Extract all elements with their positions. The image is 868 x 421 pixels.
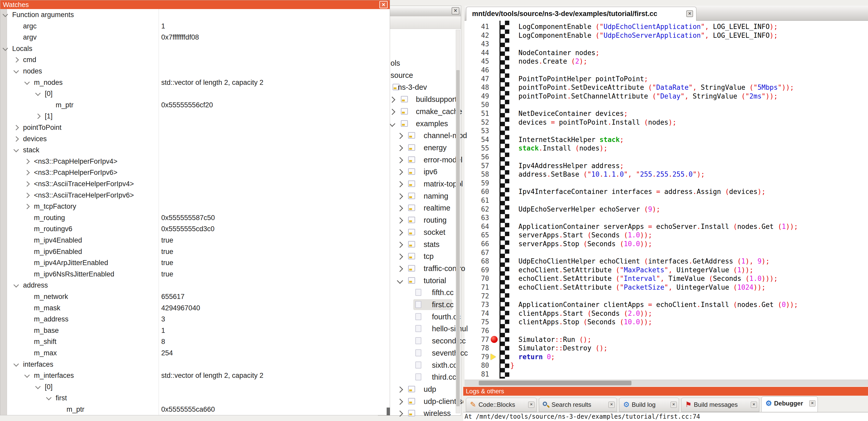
tree-item-channel-mod[interactable]: channel-mod	[378, 130, 461, 141]
watch-value[interactable]: 0x5555555cd3c0	[161, 223, 215, 234]
code-line[interactable]: 61	[465, 196, 868, 205]
tree-item-tcp[interactable]: tcp	[378, 250, 461, 262]
code-line[interactable]: 49 pointToPoint.SetChannelAttribute ("De…	[465, 92, 868, 101]
chevron-right-icon[interactable]	[397, 386, 403, 393]
tree-item-sixth-cc[interactable]: sixth.cc	[378, 359, 461, 371]
tree-item-energy[interactable]: energy	[378, 142, 461, 154]
chevron-down-icon[interactable]	[397, 278, 403, 284]
line-number[interactable]: 78	[465, 344, 489, 353]
chevron-right-icon[interactable]	[13, 57, 19, 63]
tree-item-fourth-cc[interactable]: fourth.cc	[378, 311, 461, 323]
tree-item-second-cc[interactable]: second.cc	[378, 335, 461, 347]
code-area[interactable]: 41 LogComponentEnable ("UdpEchoClientApp…	[465, 21, 868, 380]
line-number[interactable]: 71	[465, 283, 489, 292]
line-number[interactable]: 53	[465, 126, 489, 135]
code-line[interactable]: 80}	[465, 361, 868, 370]
tree-item-wireless[interactable]: wireless	[378, 407, 461, 419]
code-line[interactable]: 55 stack.Install (nodes);	[465, 144, 868, 153]
line-number[interactable]: 77	[465, 335, 489, 344]
chevron-right-icon[interactable]	[397, 145, 403, 151]
watch-row[interactable]: m_ptr0x55555556cf20	[7, 99, 390, 111]
code-line[interactable]: 51 NetDeviceContainer devices;	[465, 109, 868, 118]
tree-item-ols[interactable]: ols	[378, 57, 461, 69]
line-number[interactable]: 60	[465, 187, 489, 196]
watch-row[interactable]: m_address3	[7, 314, 390, 325]
tree-item-realtime[interactable]: realtime	[378, 202, 461, 214]
code-line[interactable]: 63	[465, 213, 868, 222]
code-line[interactable]: 44 NodeContainer nodes;	[465, 48, 868, 57]
tree-item-fifth-cc[interactable]: fifth.cc	[378, 287, 461, 298]
line-number[interactable]: 68	[465, 257, 489, 266]
code-line[interactable]: 77 Simulator::Run ();	[465, 335, 868, 344]
watch-value[interactable]: std::vector of length 2, capacity 2	[161, 370, 264, 381]
code-line[interactable]: 57 Ipv4AddressHelper address;	[465, 161, 868, 170]
watch-row[interactable]: m_ipv6NsRsJitterEnabledtrue	[7, 268, 390, 280]
code-line[interactable]: 73 ApplicationContainer clientApps = ech…	[465, 300, 868, 309]
chevron-down-icon[interactable]	[35, 91, 41, 96]
watch-row[interactable]: [1]	[7, 110, 390, 122]
chevron-down-icon[interactable]	[13, 68, 19, 73]
tree-item-third-cc[interactable]: third.cc	[378, 371, 461, 383]
watch-row[interactable]: argc1	[7, 21, 390, 32]
watch-row[interactable]: stack	[7, 144, 390, 156]
code-line[interactable]: 45 nodes.Create (2);	[465, 57, 868, 66]
chevron-right-icon[interactable]	[389, 97, 395, 103]
watch-row[interactable]: first	[7, 392, 390, 404]
watch-value[interactable]: 0x5555555ca660	[161, 404, 215, 415]
watch-value[interactable]: 0x55555556cf20	[161, 99, 213, 111]
projects-scrollbar-thumb[interactable]	[456, 70, 460, 406]
chevron-right-icon[interactable]	[397, 181, 403, 187]
code-line[interactable]: 74 clientApps.Start (Seconds (2.0));	[465, 309, 868, 318]
chevron-right-icon[interactable]	[397, 266, 403, 272]
chevron-right-icon[interactable]	[24, 192, 30, 198]
tree-item-seventh-cc[interactable]: seventh.cc	[378, 347, 461, 359]
line-number[interactable]: 57	[465, 161, 489, 170]
chevron-right-icon[interactable]	[397, 241, 403, 248]
code-line[interactable]: 42 LogComponentEnable ("UdpEchoServerApp…	[465, 31, 868, 40]
line-number[interactable]: 46	[465, 66, 489, 74]
watch-row[interactable]: Locals	[7, 43, 390, 55]
code-line[interactable]: 59	[465, 179, 868, 188]
code-line[interactable]: 79 return 0;	[465, 353, 868, 361]
watch-row[interactable]: m_routing0x555555587c50	[7, 212, 390, 224]
code-line[interactable]: 78 Simulator::Destroy ();	[465, 344, 868, 353]
tree-item-examples[interactable]: examples	[378, 118, 461, 130]
code-line[interactable]: 67	[465, 248, 868, 257]
tree-item-source[interactable]: source	[378, 69, 461, 81]
chevron-down-icon[interactable]	[13, 361, 19, 366]
close-icon[interactable]: ×	[609, 401, 615, 408]
editor-tab-first-cc[interactable]: mnt/dev/tools/source/ns-3-dev/examples/t…	[466, 7, 696, 21]
watch-row[interactable]: m_tcpFactory	[7, 201, 390, 212]
code-line[interactable]: 41 LogComponentEnable ("UdpEchoClientApp…	[465, 22, 868, 31]
watch-row[interactable]: m_network655617	[7, 291, 390, 302]
code-line[interactable]: 65 serverApps.Start (Seconds (1.0));	[465, 231, 868, 239]
code-line[interactable]: 76	[465, 326, 868, 335]
tree-item-error-model[interactable]: error-model	[378, 154, 461, 166]
chevron-right-icon[interactable]	[397, 411, 403, 417]
watch-row[interactable]: m_mask4294967040	[7, 302, 390, 314]
line-number[interactable]: 43	[465, 39, 489, 48]
code-line[interactable]: 66 serverApps.Stop (Seconds (10.0));	[465, 239, 868, 248]
code-line[interactable]: 47 PointToPointHelper pointToPoint;	[465, 74, 868, 83]
chevron-right-icon[interactable]	[397, 133, 403, 139]
line-number[interactable]: 70	[465, 274, 489, 283]
code-line[interactable]: 50	[465, 100, 868, 109]
logs-tab-search-results[interactable]: Search results×	[539, 398, 617, 412]
line-number[interactable]: 65	[465, 231, 489, 239]
code-line[interactable]: 68 UdpEchoClientHelper echoClient (inter…	[465, 257, 868, 266]
watch-row[interactable]: <ns3::AsciiTraceHelperForIpv6>	[7, 190, 390, 201]
watch-value[interactable]: true	[161, 234, 174, 246]
line-number[interactable]: 42	[465, 31, 489, 40]
logs-title-bar[interactable]: Logs & others	[463, 387, 868, 396]
chevron-right-icon[interactable]	[24, 170, 30, 175]
projects-scrollbar[interactable]	[456, 30, 460, 413]
line-number[interactable]: 61	[465, 196, 489, 205]
watch-row[interactable]: m_ipv4Enabledtrue	[7, 234, 390, 246]
watch-row[interactable]: m_routingv60x5555555cd3c0	[7, 223, 390, 235]
chevron-down-icon[interactable]	[24, 373, 30, 378]
watch-row[interactable]: pointToPoint	[7, 122, 390, 133]
line-number[interactable]: 56	[465, 153, 489, 161]
tree-item-stats[interactable]: stats	[378, 238, 461, 250]
line-number[interactable]: 79	[465, 353, 489, 361]
tree-item-naming[interactable]: naming	[378, 190, 461, 202]
